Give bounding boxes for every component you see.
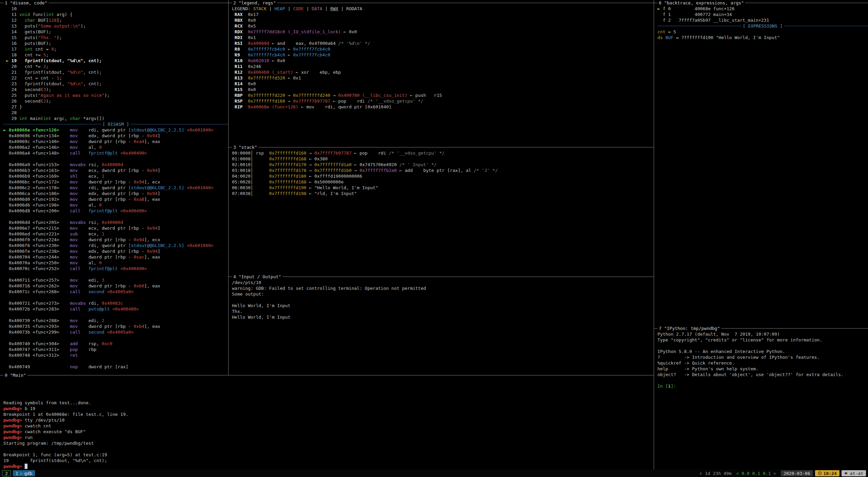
- terminal-line: Thx.: [232, 308, 654, 314]
- terminal-line: 01:0008│ 0x7fffffffd168 ← 0x380: [232, 156, 654, 162]
- section-header-rule: [3, 124, 101, 124]
- terminal-line: 21 fprintf(stdout, "%d\n", cnt);: [3, 69, 228, 75]
- pane-disasm-code[interactable]: 10 11 void func(int arg) { 12 char BUF[1…: [0, 6, 228, 372]
- terminal-line: 16 puts(BUF);: [3, 40, 228, 46]
- terminal-line: 25 puts("Again as it was so nice");: [3, 92, 228, 98]
- terminal-line: ds BUF = 7fffffffd190 "Hello World, I'm …: [657, 35, 868, 40]
- terminal-line: IPython 5.8.0 -- An enhanced Interactive…: [657, 349, 868, 354]
- terminal-line: 0x4006f0 <func+224> mov dword ptr [rbp -…: [3, 237, 228, 243]
- terminal-line: RBX 0x0: [232, 17, 654, 23]
- terminal-line: pwndbg> tty /dev/pts/10: [3, 417, 654, 423]
- terminal-line: 0x4006f6 <func+230> mov rdi, qword ptr […: [3, 243, 228, 248]
- section-header-rule: [784, 26, 868, 26]
- pane-legend-regs[interactable]: LEGEND: STACK | HEAP | CODE | DATA | RWX…: [229, 6, 654, 144]
- terminal-line: 0x400748 <func+312> ret: [3, 352, 228, 358]
- terminal-line: 0x4006ed <func+221> sub ecx, 1: [3, 231, 228, 237]
- pane-title-regs: 2 "legend, regs": [232, 0, 277, 6]
- terminal-line: 0x4006dd <func+205> movabs rsi, 0x40080d: [3, 219, 228, 225]
- pane-border-stack[interactable]: [229, 147, 654, 147]
- session-badge: 2: [2, 470, 11, 476]
- pane-backtrace[interactable]: ► f 0 40068e func+126 f 1 400772 main+34…: [654, 6, 868, 325]
- terminal-line: [232, 297, 654, 303]
- terminal-line: RAX 0x17: [232, 12, 654, 17]
- angle-close-icon: >: [774, 471, 776, 476]
- stack-listing: 00:0000│ rsp 0x7fffffffd160 → 0x7ffff7b9…: [232, 150, 654, 196]
- terminal-line: 0x4006fe <func+238> mov edx, dword ptr […: [3, 248, 228, 254]
- terminal-line: [3, 446, 654, 452]
- terminal-line: Reading symbols from test...done.: [3, 400, 654, 406]
- tmux-screen: 1 "disasm, code" 2 "legend, regs" 6 "bac…: [0, 0, 868, 477]
- pane-border-main[interactable]: [0, 375, 654, 375]
- section-header-rule: [657, 26, 741, 26]
- terminal-line: [3, 295, 228, 300]
- registers-listing: LEGEND: STACK | HEAP | CODE | DATA | RWX…: [232, 6, 654, 110]
- pane-main[interactable]: Reading symbols from test...done.pwndbg>…: [0, 378, 654, 470]
- pane-title-disasm: 1 "disasm, code": [3, 0, 49, 6]
- pane-title-backtrace: 6 "backtrace, expressions, args": [657, 0, 745, 6]
- pane-title-stack: 3 "stack": [232, 144, 258, 150]
- hostname-value: at-at: [850, 471, 863, 476]
- terminal-line: RSI 0x40080d ← and eax, 0x4f000a64 /* '%…: [232, 40, 654, 46]
- terminal-line: RIP 0x40068e (func+126) ← mov rdi, qword…: [232, 104, 654, 110]
- terminal-line: 0x4006bc <func+172> mov dword ptr [rbp -…: [3, 179, 228, 185]
- section-header-rule: [130, 124, 228, 124]
- terminal-line: R13 0x7fffffffd320 ← 0x1: [232, 75, 654, 81]
- time-value: 10:24: [824, 471, 837, 476]
- section-header-label: [ DISASM ]: [101, 121, 130, 127]
- load-values: 0.0 0.1 0.1: [742, 471, 771, 476]
- pane-stack[interactable]: 00:0000│ rsp 0x7fffffffd160 → 0x7ffff7b9…: [229, 150, 654, 274]
- terminal-line: 17 int cnt = 0;: [3, 46, 228, 52]
- terminal-line: 10: [3, 6, 228, 12]
- pane-title-main: 0 "Main": [3, 372, 28, 378]
- clock-icon: [818, 471, 822, 475]
- terminal-line: ► 0x40068e <func+126> mov rdi, qword ptr…: [3, 127, 228, 133]
- pane-border-vertical-right[interactable]: [654, 0, 654, 470]
- terminal-line: 0x40071c <func+268> call second <0x4005a…: [3, 289, 228, 295]
- terminal-line: R14 0x0: [232, 81, 654, 87]
- terminal-line: Python 2.7.17 (default, Nov 7 2019, 10:0…: [657, 331, 868, 337]
- window-name: gdb: [24, 471, 32, 476]
- expressions-section-header: [ EXPRESSIONS ]: [657, 23, 868, 29]
- uptime-value: 1d 23h 49m: [705, 471, 731, 476]
- terminal-line: 22 cnt = cnt - 1;: [3, 75, 228, 81]
- pane-border-io[interactable]: [229, 277, 654, 277]
- terminal-line: Hello World, I'm Input: [232, 314, 654, 320]
- terminal-line: pwndbg> cwatch execute "ds BUF": [3, 429, 654, 435]
- pane-border-vertical-left[interactable]: [228, 0, 229, 375]
- status-bar: 2 1 > gdb ↑ 1d 23h 49m < 0.0 0.1 0.1 > 2…: [0, 470, 868, 477]
- terminal-line: warning: GDB: Failed to set controlling …: [232, 285, 654, 291]
- terminal-line: 18 cnt += 5;: [3, 52, 228, 58]
- terminal-line: 04:0020│ 0x7fffffffd180 ← 0xffffd1900000…: [232, 173, 654, 179]
- terminal-line: [3, 271, 228, 277]
- terminal-line: In [1]:: [657, 383, 868, 389]
- terminal-line: Type "copyright", "credits" or "license"…: [657, 337, 868, 343]
- terminal-line: 26 second(2);: [3, 98, 228, 104]
- terminal-line: 07:0038│ 0x7fffffffd198 ← "rld, I'm Inpu…: [232, 191, 654, 196]
- speaker-icon: [844, 471, 848, 475]
- pane-title-io: 4 "Input / Output": [232, 274, 283, 280]
- pane-ipython[interactable]: Python 2.7.17 (default, Nov 7 2019, 10:0…: [654, 331, 868, 470]
- terminal-line: 0x4006a9 <func+153> movabs rsi, 0x40080d: [3, 162, 228, 167]
- terminal-line: %quickref -> Quick reference.: [657, 360, 868, 366]
- terminal-line: 0x400749 nop dword ptr [rax]: [3, 364, 228, 370]
- terminal-line: 0x400716 <func+262> mov dword ptr [rbp -…: [3, 283, 228, 289]
- terminal-line: 0x40072b <func+283> call puts@plt <0x400…: [3, 306, 228, 312]
- window-tab-gdb[interactable]: 1 > gdb: [13, 470, 35, 476]
- terminal-line: 11 void func(int arg) {: [3, 12, 228, 17]
- terminal-line: f 2 7ffff7a05b97 __libc_start_main+231: [657, 17, 868, 23]
- terminal-line: 0x400730 <func+288> mov edi, 2: [3, 318, 228, 323]
- terminal-line: ► 19 fprintf(stdout, "%d\n", cnt);: [3, 58, 228, 64]
- terminal-line: 0x400721 <func+273> movabs rdi, 0x40083c: [3, 300, 228, 306]
- terminal-line: LEGEND: STACK | HEAP | CODE | DATA | RWX…: [232, 6, 654, 12]
- terminal-line: [3, 214, 228, 219]
- pane-io[interactable]: /dev/pts/10warning: GDB: Failed to set c…: [229, 280, 654, 372]
- watch-expressions: cnt = 5ds BUF = 7fffffffd190 "Hello Worl…: [657, 29, 868, 40]
- up-arrow-icon: ↑: [700, 471, 702, 476]
- terminal-line: [3, 312, 228, 318]
- terminal-line: 0x4006b9 <func+169> shl ecx, 1: [3, 173, 228, 179]
- terminal-line: RDX 0x7ffff7dd18c0 (_IO_stdfile_1_lock) …: [232, 29, 654, 35]
- terminal-line: 0x4006b3 <func+163> mov ecx, dword ptr […: [3, 167, 228, 173]
- window-index: 1: [16, 471, 18, 476]
- uptime-indicator: ↑ 1d 23h 49m: [700, 471, 731, 476]
- terminal-line: 29 int main(int argc, char *argv[]): [3, 116, 228, 121]
